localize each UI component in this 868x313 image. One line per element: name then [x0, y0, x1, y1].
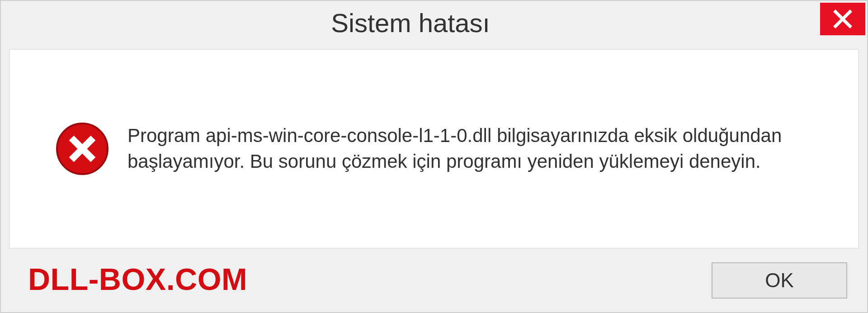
error-message: Program api-ms-win-core-console-l1-1-0.d…	[127, 123, 831, 174]
close-icon	[833, 9, 853, 29]
ok-button[interactable]: OK	[712, 262, 847, 299]
content-panel: Program api-ms-win-core-console-l1-1-0.d…	[9, 49, 859, 249]
footer: DLL-BOX.COM OK	[1, 249, 867, 312]
error-icon	[55, 122, 109, 176]
error-dialog: Sistem hatası Program api-ms-win-core-co…	[0, 0, 868, 313]
dialog-title: Sistem hatası	[331, 4, 490, 38]
close-button[interactable]	[820, 3, 865, 35]
titlebar: Sistem hatası	[1, 1, 867, 41]
watermark-text: DLL-BOX.COM	[28, 261, 247, 299]
